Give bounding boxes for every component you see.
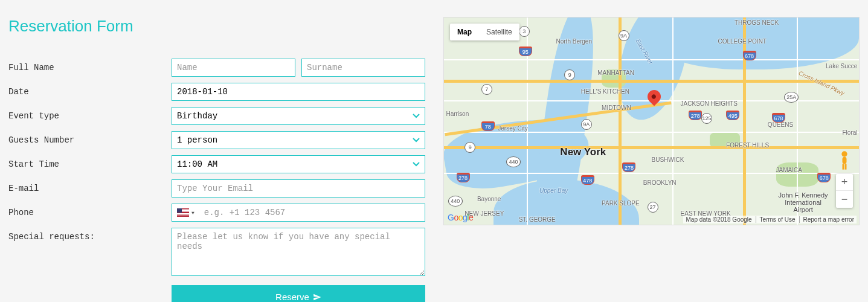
chevron-down-icon: [413, 138, 420, 143]
map-label: PARK SLOPE: [602, 200, 640, 207]
map-label: MANHATTAN: [597, 69, 634, 76]
route-icon: 9: [564, 69, 575, 80]
map-label: THROGS NECK: [735, 19, 779, 26]
label-start-time: Start Time: [8, 155, 172, 169]
map-label: COLLEGE POINT: [718, 38, 767, 45]
event-type-value: Birthday: [177, 111, 217, 121]
map-label: MIDTOWN: [602, 104, 631, 111]
hwy-shield-icon: 278: [457, 173, 470, 182]
email-input[interactable]: [172, 179, 425, 198]
zoom-control: + −: [836, 174, 853, 208]
route-icon: 9A: [619, 30, 629, 41]
label-email: E-mail: [8, 179, 172, 193]
reserve-button[interactable]: Reserve: [172, 285, 425, 302]
hwy-shield-icon: 278: [622, 162, 635, 172]
paper-plane-icon: [313, 293, 321, 301]
route-icon: 440: [448, 196, 463, 207]
svg-rect-3: [845, 164, 847, 169]
map-terms-link[interactable]: Terms of Use: [756, 216, 796, 223]
guests-select[interactable]: 1 person: [172, 131, 425, 149]
map-copyright: Map data ©2018 Google: [686, 216, 751, 223]
map-label: John F. Kennedy International Airport: [776, 191, 831, 213]
svg-point-0: [841, 151, 847, 156]
map-label: JACKSON HEIGHTS: [681, 100, 738, 107]
map-label: Upper Bay: [539, 187, 568, 194]
map-label: BUSHWICK: [652, 156, 684, 163]
reserve-button-label: Reserve: [275, 292, 309, 302]
map-type-control: Map Satellite: [450, 24, 519, 40]
hwy-shield-icon: 495: [726, 111, 739, 120]
reservation-form: Reservation Form Full Name Date Event ty…: [8, 17, 425, 302]
hwy-shield-icon: 95: [519, 47, 532, 56]
hwy-shield-icon: 678: [772, 113, 785, 123]
chevron-down-icon: [413, 114, 420, 118]
zoom-in-button[interactable]: +: [836, 174, 853, 191]
map-label: BROOKLYN: [643, 179, 677, 186]
route-icon: 7: [481, 84, 492, 95]
label-special: Special requests:: [8, 228, 172, 242]
us-flag-icon: [177, 208, 189, 217]
caret-down-icon: ▼: [191, 210, 194, 216]
special-requests-textarea[interactable]: [172, 228, 425, 276]
map-label-new-york: New York: [560, 146, 606, 158]
zoom-out-button[interactable]: −: [836, 191, 853, 208]
map-label: Floral: [843, 129, 858, 136]
map-label: Harrison: [446, 111, 469, 117]
label-event-type: Event type: [8, 107, 172, 121]
map-label: Lake Succe: [826, 63, 857, 69]
route-icon: 440: [506, 156, 521, 167]
label-guests: Guests Number: [8, 131, 172, 145]
map-label: ST. GEORGE: [519, 216, 556, 223]
hwy-shield-icon: 278: [689, 111, 702, 120]
hwy-shield-icon: 678: [743, 51, 756, 60]
hwy-shield-icon: 78: [481, 121, 495, 131]
route-icon: 125: [701, 113, 712, 124]
map-label: Cross Island Pkwy: [797, 69, 845, 97]
route-icon: 27: [648, 202, 658, 213]
guests-value: 1 person: [177, 135, 217, 145]
map-type-map-button[interactable]: Map: [450, 24, 479, 40]
date-input[interactable]: [172, 83, 425, 101]
map-type-satellite-button[interactable]: Satellite: [479, 24, 519, 40]
event-type-select[interactable]: Birthday: [172, 107, 425, 125]
phone-country-select[interactable]: ▼: [172, 205, 199, 220]
start-time-value: 11:00 AM: [177, 159, 217, 169]
hwy-shield-icon: 678: [817, 173, 831, 182]
google-logo: Google: [448, 213, 473, 222]
map-footer: Map data ©2018 Google Terms of Use Repor…: [683, 216, 857, 223]
map-label: Jersey City: [498, 125, 527, 132]
label-date: Date: [8, 83, 172, 97]
label-phone: Phone: [8, 204, 172, 217]
form-title: Reservation Form: [8, 17, 425, 36]
map-label: Bayonne: [477, 196, 501, 202]
map-label: FOREST HILLS: [726, 142, 769, 149]
surname-input[interactable]: [301, 59, 425, 77]
svg-rect-1: [843, 157, 847, 164]
first-name-input[interactable]: [172, 59, 295, 77]
map-report-link[interactable]: Report a map error: [799, 216, 854, 223]
svg-rect-2: [843, 164, 844, 169]
pegman-icon[interactable]: [836, 150, 853, 168]
phone-input[interactable]: [199, 204, 425, 221]
map-label: HELL'S KITCHEN: [581, 88, 629, 95]
route-icon: 9A: [581, 119, 592, 130]
hwy-shield-icon: 478: [581, 175, 594, 185]
start-time-select[interactable]: 11:00 AM: [172, 155, 425, 173]
location-map[interactable]: New York North Bergen MANHATTAN HELL'S K…: [443, 17, 860, 225]
route-icon: 3: [519, 26, 530, 37]
label-full-name: Full Name: [8, 59, 172, 72]
map-label: North Bergen: [556, 38, 591, 45]
chevron-down-icon: [413, 162, 420, 167]
map-label: JAMAICA: [776, 167, 802, 173]
